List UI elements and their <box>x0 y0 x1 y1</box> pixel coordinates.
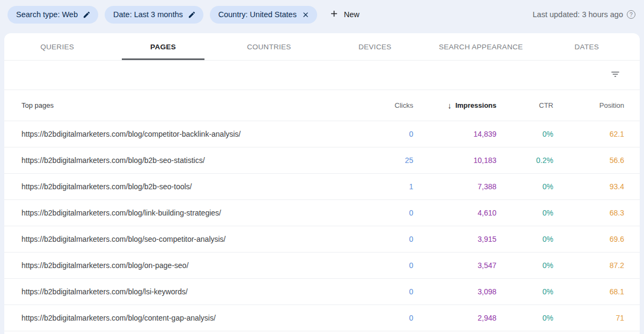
chip-date[interactable]: Date: Last 3 months <box>105 6 203 24</box>
position-value: 56.6 <box>553 156 624 165</box>
column-header-ctr[interactable]: CTR <box>496 101 553 109</box>
new-filter-button[interactable]: New <box>329 9 360 20</box>
position-value: 68.3 <box>553 209 624 217</box>
chip-search-type[interactable]: Search type: Web <box>8 6 98 24</box>
table-toolbar <box>4 61 640 90</box>
page-url[interactable]: https://b2bdigitalmarketers.com/blog/b2b… <box>21 156 349 165</box>
ctr-value: 0% <box>496 182 553 191</box>
clicks-value: 0 <box>349 235 413 243</box>
last-updated: Last updated: 3 hours ago ? <box>533 10 636 19</box>
clicks-value: 1 <box>349 182 413 191</box>
table-row[interactable]: https://b2bdigitalmarketers.com/blog/b2b… <box>4 147 640 174</box>
help-icon[interactable]: ? <box>627 10 635 19</box>
clicks-value: 25 <box>349 156 413 165</box>
clicks-value: 0 <box>349 314 413 322</box>
position-value: 71 <box>553 314 624 322</box>
page-url[interactable]: https://b2bdigitalmarketers.com/blog/lin… <box>21 209 349 217</box>
page-url[interactable]: https://b2bdigitalmarketers.com/blog/con… <box>21 314 349 322</box>
position-value: 62.1 <box>553 130 624 138</box>
table-row[interactable]: https://b2bdigitalmarketers.com/blog/lsi… <box>4 279 640 305</box>
last-updated-text: Last updated: 3 hours ago <box>533 10 624 19</box>
plus-icon <box>329 9 339 20</box>
clicks-value: 0 <box>349 130 413 138</box>
filter-bar: Search type: Web Date: Last 3 months Cou… <box>0 0 644 29</box>
close-icon[interactable] <box>302 11 310 19</box>
tab-dates[interactable]: DATES <box>534 33 640 60</box>
table-row[interactable]: https://b2bdigitalmarketers.com/blog/com… <box>4 121 640 147</box>
table-header-row: Top pages Clicks ↓ Impressions CTR Posit… <box>4 90 640 121</box>
table-row[interactable]: https://b2bdigitalmarketers.com/blog/lin… <box>4 200 640 226</box>
ctr-value: 0% <box>496 314 553 322</box>
clicks-value: 0 <box>349 261 413 270</box>
chip-search-type-label: Search type: Web <box>16 10 78 19</box>
ctr-value: 0.2% <box>496 156 553 165</box>
filter-list-icon <box>610 69 620 81</box>
dimension-tabs: QUERIES PAGES COUNTRIES DEVICES SEARCH A… <box>4 33 640 61</box>
column-header-position[interactable]: Position <box>553 101 624 109</box>
impressions-value: 3,547 <box>413 261 496 270</box>
chip-country-label: Country: United States <box>218 10 297 19</box>
tab-search-appearance[interactable]: SEARCH APPEARANCE <box>428 33 533 60</box>
impressions-value: 3,098 <box>413 287 496 296</box>
ctr-value: 0% <box>496 235 553 243</box>
impressions-value: 14,839 <box>413 130 496 138</box>
ctr-value: 0% <box>496 287 553 296</box>
ctr-value: 0% <box>496 209 553 217</box>
column-header-top-pages[interactable]: Top pages <box>21 101 349 109</box>
pages-table: Top pages Clicks ↓ Impressions CTR Posit… <box>4 90 640 331</box>
impressions-header-label: Impressions <box>455 101 496 109</box>
performance-card: QUERIES PAGES COUNTRIES DEVICES SEARCH A… <box>4 33 640 334</box>
table-body: https://b2bdigitalmarketers.com/blog/com… <box>4 121 640 331</box>
page-url[interactable]: https://b2bdigitalmarketers.com/blog/seo… <box>21 235 349 243</box>
impressions-value: 7,388 <box>413 182 496 191</box>
impressions-value: 2,948 <box>413 314 496 322</box>
tab-countries[interactable]: COUNTRIES <box>216 33 322 60</box>
filter-rows-button[interactable] <box>606 65 625 86</box>
page-url[interactable]: https://b2bdigitalmarketers.com/blog/b2b… <box>21 182 349 191</box>
position-value: 68.1 <box>553 287 624 296</box>
position-value: 93.4 <box>553 182 624 191</box>
filter-chips: Search type: Web Date: Last 3 months Cou… <box>8 6 317 24</box>
chip-date-label: Date: Last 3 months <box>113 10 183 19</box>
table-row[interactable]: https://b2bdigitalmarketers.com/blog/con… <box>4 305 640 331</box>
page-url[interactable]: https://b2bdigitalmarketers.com/blog/lsi… <box>21 287 349 296</box>
sort-descending-icon: ↓ <box>448 101 452 110</box>
page-url[interactable]: https://b2bdigitalmarketers.com/blog/com… <box>21 130 349 138</box>
tab-queries[interactable]: QUERIES <box>4 33 110 60</box>
ctr-value: 0% <box>496 130 553 138</box>
position-value: 69.6 <box>553 235 624 243</box>
clicks-value: 0 <box>349 209 413 217</box>
column-header-clicks[interactable]: Clicks <box>349 101 413 109</box>
table-row[interactable]: https://b2bdigitalmarketers.com/blog/b2b… <box>4 174 640 200</box>
ctr-value: 0% <box>496 261 553 270</box>
tab-pages[interactable]: PAGES <box>110 33 216 60</box>
tab-devices[interactable]: DEVICES <box>322 33 428 60</box>
column-header-impressions[interactable]: ↓ Impressions <box>413 101 496 110</box>
clicks-value: 0 <box>349 287 413 296</box>
chip-country[interactable]: Country: United States <box>210 6 317 24</box>
edit-icon[interactable] <box>188 11 196 19</box>
new-filter-label: New <box>344 10 360 19</box>
page-url[interactable]: https://b2bdigitalmarketers.com/blog/on-… <box>21 261 349 270</box>
position-value: 87.2 <box>553 261 624 270</box>
table-row[interactable]: https://b2bdigitalmarketers.com/blog/seo… <box>4 226 640 253</box>
edit-icon[interactable] <box>83 11 91 19</box>
table-row[interactable]: https://b2bdigitalmarketers.com/blog/on-… <box>4 253 640 279</box>
impressions-value: 3,915 <box>413 235 496 243</box>
impressions-value: 4,610 <box>413 209 496 217</box>
impressions-value: 10,183 <box>413 156 496 165</box>
